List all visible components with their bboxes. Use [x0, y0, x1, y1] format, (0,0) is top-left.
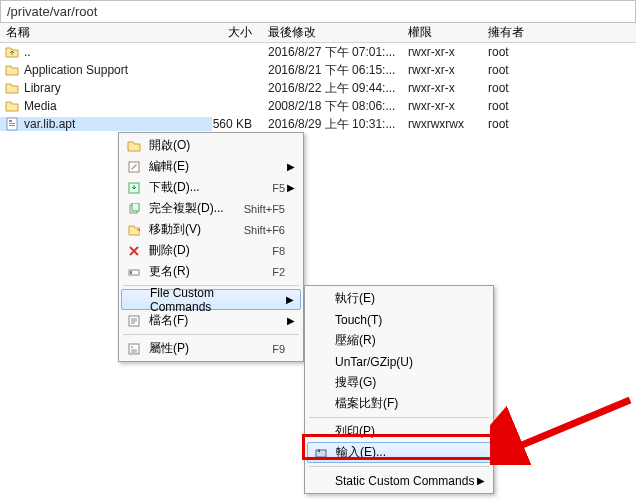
file-date: 2016/8/29 上午 10:31:...	[262, 116, 402, 133]
col-header-perm[interactable]: 權限	[402, 24, 482, 41]
menu-item[interactable]: 檔名(F)▶	[121, 310, 301, 331]
file-size: 560 KB	[212, 117, 262, 131]
file-owner: root	[482, 45, 542, 59]
file-owner: root	[482, 117, 542, 131]
menu-item-label: 移動到(V)	[149, 221, 234, 238]
submenu-item[interactable]: 搜尋(G)	[307, 372, 491, 393]
col-header-name[interactable]: 名稱	[0, 24, 212, 41]
file-name: Media	[24, 99, 57, 113]
svg-rect-3	[9, 125, 15, 126]
blank-icon	[311, 354, 329, 370]
submenu-item[interactable]: Static Custom Commands▶	[307, 470, 491, 491]
table-row[interactable]: Library2016/8/22 上午 09:44:...rwxr-xr-xro…	[0, 79, 636, 97]
menu-item-label: 編輯(E)	[149, 158, 275, 175]
blank-icon	[311, 333, 329, 349]
folder-icon	[4, 99, 20, 113]
blank-icon	[311, 424, 329, 440]
submenu-item[interactable]: 列印(P)	[307, 421, 491, 442]
submenu-item[interactable]: 檔案比對(F)	[307, 393, 491, 414]
menu-item[interactable]: 屬性(P)F9	[121, 338, 301, 359]
col-header-date[interactable]: 最後修改	[262, 24, 402, 41]
open-icon	[125, 138, 143, 154]
blank-icon	[311, 375, 329, 391]
menu-item[interactable]: File Custom Commands▶	[121, 289, 301, 310]
copy-icon	[125, 201, 143, 217]
submenu-arrow-icon: ▶	[284, 294, 294, 305]
folder-icon	[4, 81, 20, 95]
menu-item-label: 屬性(P)	[149, 340, 262, 357]
file-date: 2016/8/21 下午 06:15:...	[262, 62, 402, 79]
menu-separator	[123, 334, 299, 335]
file-perm: rwxr-xr-x	[402, 81, 482, 95]
file-name: Application Support	[24, 63, 128, 77]
file-owner: root	[482, 63, 542, 77]
menu-item[interactable]: 移動到(V)Shift+F6	[121, 219, 301, 240]
menu-item-label: File Custom Commands	[150, 286, 274, 314]
submenu-item[interactable]: UnTar/GZip(U)	[307, 351, 491, 372]
menu-item-label: 完全複製(D)...	[149, 200, 234, 217]
menu-item-shortcut: F8	[262, 245, 285, 257]
blank-icon	[311, 396, 329, 412]
table-row[interactable]: Media2008/2/18 下午 08:06:...rwxr-xr-xroot	[0, 97, 636, 115]
menu-item[interactable]: 開啟(O)	[121, 135, 301, 156]
menu-item-label: 下載(D)...	[149, 179, 262, 196]
menu-item-label: 檔名(F)	[149, 312, 275, 329]
menu-item[interactable]: 更名(R)F2	[121, 261, 301, 282]
submenu-item-label: Touch(T)	[335, 313, 475, 327]
menu-item[interactable]: 下載(D)...F5▶	[121, 177, 301, 198]
move-icon	[125, 222, 143, 238]
submenu-item-label: 檔案比對(F)	[335, 395, 475, 412]
submenu-item[interactable]: 執行(E)	[307, 288, 491, 309]
context-menu: 開啟(O)編輯(E)▶下載(D)...F5▶完全複製(D)...Shift+F5…	[118, 132, 304, 362]
file-perm: rwxr-xr-x	[402, 99, 482, 113]
table-row[interactable]: ..2016/8/27 下午 07:01:...rwxr-xr-xroot	[0, 43, 636, 61]
menu-item-label: 刪除(D)	[149, 242, 262, 259]
menu-item-label: 開啟(O)	[149, 137, 275, 154]
download-icon	[125, 180, 143, 196]
submenu-item[interactable]: Touch(T)	[307, 309, 491, 330]
svg-point-12	[131, 346, 133, 348]
menu-item-label: 更名(R)	[149, 263, 262, 280]
submenu-item-label: Static Custom Commands	[335, 474, 475, 488]
current-path: /private/var/root	[7, 4, 97, 19]
blank-icon	[311, 312, 329, 328]
edit-icon	[125, 159, 143, 175]
submenu-item-label: UnTar/GZip(U)	[335, 355, 475, 369]
blank-icon	[311, 291, 329, 307]
delete-icon	[125, 243, 143, 259]
path-bar[interactable]: /private/var/root	[0, 0, 636, 23]
submenu-item-label: 輸入(E)...	[336, 444, 474, 461]
submenu-arrow-icon: ▶	[285, 315, 295, 326]
table-row[interactable]: var.lib.apt560 KB2016/8/29 上午 10:31:...r…	[0, 115, 636, 133]
file-owner: root	[482, 81, 542, 95]
submenu-item[interactable]: 壓縮(R)	[307, 330, 491, 351]
svg-rect-9	[130, 271, 132, 274]
menu-item-shortcut: F9	[262, 343, 285, 355]
col-header-size[interactable]: 大小	[212, 24, 262, 41]
file-owner: root	[482, 99, 542, 113]
input-icon	[312, 445, 330, 461]
menu-item[interactable]: 編輯(E)▶	[121, 156, 301, 177]
table-row[interactable]: Application Support2016/8/21 下午 06:15:..…	[0, 61, 636, 79]
menu-separator	[309, 466, 489, 467]
submenu-item[interactable]: 輸入(E)...	[307, 442, 491, 463]
file-name: ..	[24, 45, 31, 59]
menu-item-shortcut: Shift+F5	[234, 203, 285, 215]
blank-icon	[126, 292, 144, 308]
file-name: var.lib.apt	[24, 117, 75, 131]
submenu-arrow-icon: ▶	[475, 475, 485, 486]
menu-item[interactable]: 刪除(D)F8	[121, 240, 301, 261]
column-header-row: 名稱 大小 最後修改 權限 擁有者	[0, 23, 636, 43]
submenu-item-label: 執行(E)	[335, 290, 475, 307]
svg-rect-2	[9, 123, 15, 124]
file-date: 2016/8/22 上午 09:44:...	[262, 80, 402, 97]
file-date: 2016/8/27 下午 07:01:...	[262, 44, 402, 61]
submenu-item-label: 壓縮(R)	[335, 332, 475, 349]
file-perm: rwxr-xr-x	[402, 45, 482, 59]
col-header-owner[interactable]: 擁有者	[482, 24, 542, 41]
file-perm: rwxr-xr-x	[402, 63, 482, 77]
menu-item[interactable]: 完全複製(D)...Shift+F5	[121, 198, 301, 219]
submenu-arrow-icon: ▶	[285, 182, 295, 193]
submenu-arrow-icon: ▶	[285, 161, 295, 172]
submenu-item-label: 列印(P)	[335, 423, 475, 440]
